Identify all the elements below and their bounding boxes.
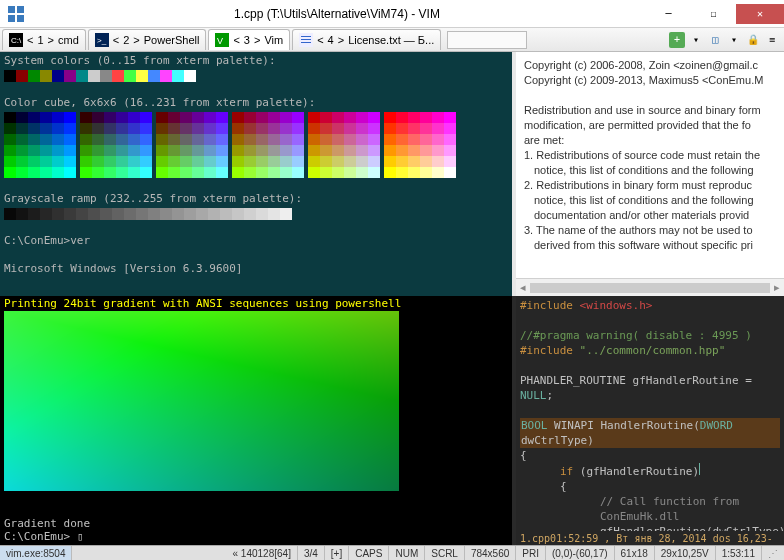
tab-vim[interactable]: V<3> Vim: [208, 29, 290, 50]
dropdown2-icon[interactable]: ▾: [726, 32, 742, 48]
pwsh-done: Gradient done: [4, 517, 90, 530]
status-resize-grip[interactable]: ⋰: [762, 546, 784, 560]
vim-pragma-comment: //#pragma warning( disable : 4995 ): [520, 328, 780, 343]
license-line: derived from this software without speci…: [524, 238, 776, 253]
pane-license[interactable]: Copyright (c) 2006-2008, Zoin <zoinen@gm…: [512, 52, 784, 296]
cmd-colorcube-label: Color cube, 6x6x6 (16..231 from xterm pa…: [4, 96, 508, 110]
license-line: modification, are permitted provided tha…: [524, 118, 776, 133]
pane-vim-code[interactable]: #include <windows.h> //#pragma warning( …: [512, 296, 784, 545]
svg-rect-3: [17, 15, 24, 22]
minimize-button[interactable]: ─: [646, 4, 691, 24]
maximize-button[interactable]: ☐: [691, 4, 736, 24]
status-cell: 29x10,25V: [655, 546, 716, 560]
tab-search-input[interactable]: [447, 31, 527, 49]
toolbar-right: + ▾ ◫ ▾ 🔒 ≡: [669, 32, 780, 48]
system-colors-row: [4, 70, 508, 82]
license-line: 1. Redistributions of source code must r…: [524, 148, 776, 163]
license-line: documentation and/or other materials pro…: [524, 208, 776, 223]
gradient-output: [4, 311, 399, 491]
vim-statusline: 1.cpp 01:52:59 , Вт янв 28, 2014 dos 16,…: [520, 531, 784, 545]
status-pri: PRI: [516, 546, 546, 560]
svg-rect-1: [17, 6, 24, 13]
cmd-grayscale-label: Grayscale ramp (232..255 from xterm pale…: [4, 192, 508, 206]
status-num: NUM: [389, 546, 425, 560]
tab-cmd[interactable]: C:\<1> cmd: [2, 29, 86, 50]
color-cube-row: [4, 112, 508, 178]
license-scrollbar[interactable]: ◂▸: [516, 278, 784, 296]
cmd-version-output: Microsoft Windows [Version 6.3.9600]: [4, 262, 508, 276]
license-line: Copyright (c) 2009-2013, Maximus5 <ConEm…: [524, 73, 776, 88]
cmd-syscolors-label: System colors (0..15 from xterm palette)…: [4, 54, 508, 68]
tab-license[interactable]: <4> License.txt — Б...: [292, 29, 441, 50]
pwsh-prompt: C:\ConEmu> ▯: [4, 530, 90, 543]
status-grid: 61x18: [615, 546, 655, 560]
tab-powershell[interactable]: >_<2> PowerShell: [88, 29, 207, 50]
status-bar: vim.exe:8504 « 140128[64] 3/4 [+] CAPS N…: [0, 545, 784, 560]
cursor: [699, 463, 700, 475]
status-seg: 3/4: [298, 546, 325, 560]
svg-rect-12: [301, 39, 311, 40]
svg-rect-0: [8, 6, 15, 13]
license-line: notice, this list of conditions and the …: [524, 193, 776, 208]
vim-icon: V: [215, 33, 229, 47]
svg-text:C:\: C:\: [11, 36, 22, 45]
pwsh-prompt-area: Gradient done C:\ConEmu> ▯: [4, 517, 90, 543]
tab-bar: C:\<1> cmd >_<2> PowerShell V<3> Vim <4>…: [0, 28, 784, 52]
status-process: vim.exe:8504: [0, 546, 72, 560]
status-seg: « 140128[64]: [227, 546, 298, 560]
license-line: are met:: [524, 133, 776, 148]
dropdown-icon[interactable]: ▾: [688, 32, 704, 48]
powershell-icon: >_: [95, 33, 109, 47]
window-title: 1.cpp (T:\Utils\Alternative\ViM74) - VIM: [28, 7, 646, 21]
svg-rect-13: [301, 42, 311, 43]
svg-rect-2: [8, 15, 15, 22]
svg-text:V: V: [217, 36, 223, 46]
grayscale-row: [4, 208, 508, 220]
license-line: Copyright (c) 2006-2008, Zoin <zoinen@gm…: [524, 58, 776, 73]
license-line: 2. Redistributions in binary form must r…: [524, 178, 776, 193]
titlebar: 1.cpp (T:\Utils\Alternative\ViM74) - VIM…: [0, 0, 784, 28]
status-clock: 1:53:11: [716, 546, 762, 560]
cmd-icon: C:\: [9, 33, 23, 47]
svg-text:>_: >_: [97, 36, 107, 45]
notepad-icon: [299, 33, 313, 47]
pane-cmd[interactable]: System colors (0..15 from xterm palette)…: [0, 52, 512, 296]
status-size: 784x560: [465, 546, 516, 560]
svg-rect-11: [301, 36, 311, 37]
pane-powershell[interactable]: Printing 24bit gradient with ANSI sequen…: [0, 296, 512, 545]
status-scrl: SCRL: [425, 546, 465, 560]
license-line: Redistribution and use in source and bin…: [524, 103, 776, 118]
pwsh-title: Printing 24bit gradient with ANSI sequen…: [0, 296, 512, 311]
status-caps: CAPS: [349, 546, 389, 560]
menu-icon[interactable]: ≡: [764, 32, 780, 48]
close-button[interactable]: ✕: [736, 4, 784, 24]
lock-icon[interactable]: 🔒: [745, 32, 761, 48]
license-line: notice, this list of conditions and the …: [524, 163, 776, 178]
split-icon[interactable]: ◫: [707, 32, 723, 48]
new-tab-button[interactable]: +: [669, 32, 685, 48]
app-icon: [4, 2, 28, 26]
status-coords: (0,0)-(60,17): [546, 546, 615, 560]
status-seg: [+]: [325, 546, 349, 560]
license-line: 3. The name of the authors may not be us…: [524, 223, 776, 238]
cmd-prompt: C:\ConEmu>ver: [4, 234, 508, 248]
